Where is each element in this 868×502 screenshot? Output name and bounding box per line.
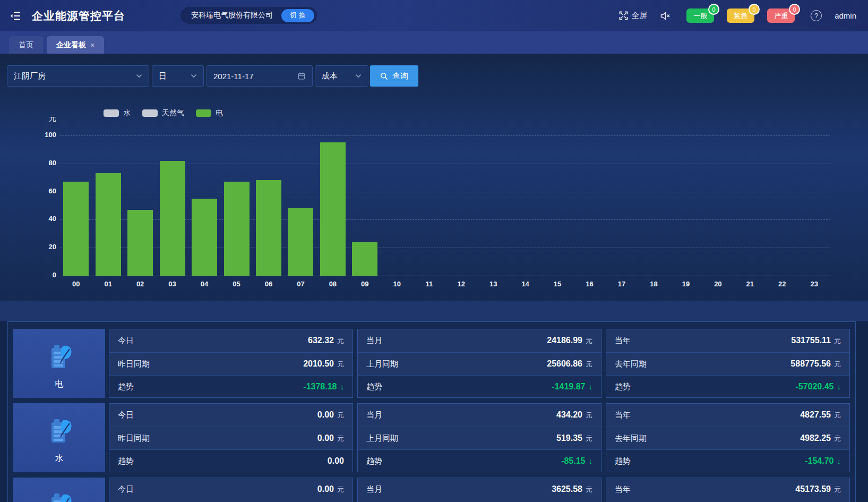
unit-label: 元 xyxy=(834,434,841,444)
section-divider xyxy=(0,301,868,321)
energy-card-2[interactable] xyxy=(13,478,105,502)
switch-company-button[interactable]: 切换 xyxy=(281,9,314,22)
fullscreen-button[interactable]: 全屏 xyxy=(619,11,647,21)
mute-toggle[interactable] xyxy=(660,11,671,21)
row-label: 去年同期 xyxy=(615,433,647,444)
x-tick-label: 17 xyxy=(606,280,638,288)
x-tick-label: 15 xyxy=(542,280,573,288)
row-label: 趋势 xyxy=(366,456,382,466)
x-axis-line xyxy=(60,276,830,276)
unit-label: 元 xyxy=(834,336,841,346)
energy-card-label: 电 xyxy=(55,379,64,390)
row-label: 趋势 xyxy=(615,382,631,392)
alarm-button-2[interactable]: 严重0 xyxy=(767,8,795,23)
row-value: 24186.99 xyxy=(547,336,582,345)
energy-summary-section: 电今日632.32元昨日同期2010.50元趋势-1378.18↓当月24186… xyxy=(0,321,868,502)
bar-07[interactable] xyxy=(288,208,313,276)
x-tick-label: 09 xyxy=(349,280,381,288)
x-tick-label: 01 xyxy=(92,280,124,288)
energy-block-水: 水今日0.00元昨日同期0.00元趋势0.00当月434.20元上月同期519.… xyxy=(13,403,850,472)
help-icon[interactable]: ? xyxy=(811,10,822,21)
row-value: -85.15 xyxy=(561,456,585,466)
row-label: 趋势 xyxy=(366,382,382,392)
x-tick-label: 20 xyxy=(702,280,734,288)
x-tick-label: 02 xyxy=(124,280,156,288)
x-tick-label: 00 xyxy=(60,280,92,288)
table-row: 去年同期588775.56元 xyxy=(606,352,849,375)
row-label: 趋势 xyxy=(615,456,631,466)
metric-select[interactable]: 成本 xyxy=(315,65,368,87)
table-row: 上月同期519.35元 xyxy=(358,427,601,449)
table-row: 当年531755.11元 xyxy=(606,329,849,352)
alarm-button-1[interactable]: 紧急0 xyxy=(727,8,754,23)
dashboard-panel: 江阴厂房 日 2021-11-17 成本 查询 水天然 xyxy=(0,54,868,301)
alarm-label: 严重 xyxy=(774,11,788,21)
x-tick-label: 05 xyxy=(220,280,252,288)
energy-card-电[interactable]: 电 xyxy=(13,329,105,398)
tab-close-icon[interactable]: × xyxy=(90,41,94,49)
table-row: 趋势-85.15↓ xyxy=(358,449,601,472)
legend-label: 电 xyxy=(216,108,223,118)
row-value: -154.70 xyxy=(805,456,833,466)
energy-column: 当年531755.11元去年同期588775.56元趋势-57020.45↓ xyxy=(606,329,850,398)
calendar-icon xyxy=(297,72,306,80)
x-tick-label: 04 xyxy=(188,280,220,288)
row-label: 当年 xyxy=(615,410,631,420)
energy-column: 当月24186.99元上月同期25606.86元趋势-1419.87↓ xyxy=(357,329,601,398)
alarm-button-0[interactable]: 一般0 xyxy=(686,8,714,23)
x-tick-label: 16 xyxy=(573,280,605,288)
row-value: -57020.45 xyxy=(795,382,833,392)
row-label: 趋势 xyxy=(118,382,134,392)
row-value: 4827.55 xyxy=(800,410,831,420)
bar-08[interactable] xyxy=(320,142,346,276)
page-title: 企业能源管控平台 xyxy=(32,8,125,23)
row-label: 上月同期 xyxy=(366,359,398,369)
row-label: 当年 xyxy=(615,336,631,346)
unit-label: 元 xyxy=(337,434,344,444)
table-row: 当年4827.55元 xyxy=(606,404,849,427)
alarm-count-badge: 0 xyxy=(749,4,760,15)
battery-leaf-icon xyxy=(43,342,76,372)
tab-home[interactable]: 首页 xyxy=(9,36,43,54)
row-value: 531755.11 xyxy=(791,336,831,345)
energy-card-label: 水 xyxy=(55,453,64,464)
x-tick-label: 14 xyxy=(509,280,541,288)
bar-03[interactable] xyxy=(160,161,185,276)
bar-09[interactable] xyxy=(352,242,377,276)
query-button[interactable]: 查询 xyxy=(370,65,418,87)
unit-label: 元 xyxy=(586,434,592,444)
y-tick-label: 20 xyxy=(24,243,56,251)
unit-label: 元 xyxy=(834,411,841,420)
energy-card-水[interactable]: 水 xyxy=(13,403,105,472)
row-label: 今日 xyxy=(118,410,134,420)
bar-01[interactable] xyxy=(96,173,121,276)
bar-02[interactable] xyxy=(127,210,153,276)
energy-columns: 今日0.00元昨日同期0.00元趋势0.00当月434.20元上月同期519.3… xyxy=(109,403,850,472)
y-axis-unit-label: 元 xyxy=(24,114,56,123)
legend-swatch xyxy=(196,109,211,117)
row-value: 2010.50 xyxy=(303,359,334,369)
bar-06[interactable] xyxy=(256,180,281,276)
bar-00[interactable] xyxy=(63,182,89,276)
period-select[interactable]: 日 xyxy=(152,65,204,87)
row-value: -1419.87 xyxy=(552,382,585,392)
bar-04[interactable] xyxy=(192,199,217,276)
legend-item-水[interactable]: 水 xyxy=(104,108,131,118)
site-select[interactable]: 江阴厂房 xyxy=(7,65,149,87)
fullscreen-icon xyxy=(619,11,628,20)
y-tick-label: 100 xyxy=(24,131,56,139)
table-row: 趋势-1419.87↓ xyxy=(358,375,601,398)
x-tick-label: 11 xyxy=(413,280,445,288)
user-menu[interactable]: admin xyxy=(835,11,856,20)
trend-down-icon: ↓ xyxy=(589,382,593,391)
x-tick-label: 13 xyxy=(477,280,509,288)
trend-down-icon: ↓ xyxy=(837,456,841,465)
legend-item-电[interactable]: 电 xyxy=(196,108,223,118)
row-label: 当月 xyxy=(366,336,382,346)
tab-bar: 首页 企业看板 × xyxy=(0,31,868,54)
tab-enterprise-board[interactable]: 企业看板 × xyxy=(47,36,104,54)
bar-05[interactable] xyxy=(224,182,250,276)
collapse-menu-icon[interactable] xyxy=(7,8,23,24)
date-picker[interactable]: 2021-11-17 xyxy=(207,65,313,87)
legend-item-天然气[interactable]: 天然气 xyxy=(142,108,184,118)
